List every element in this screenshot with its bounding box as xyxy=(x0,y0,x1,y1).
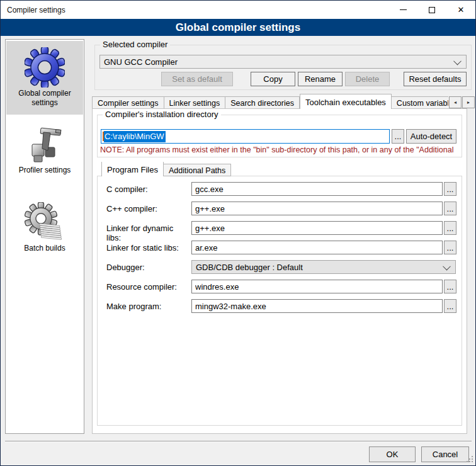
c-compiler-label: C compiler: xyxy=(106,182,190,194)
browse-directory-button[interactable]: ... xyxy=(392,129,404,144)
static-linker-label: Linker for static libs: xyxy=(106,241,190,253)
tab-scroll-right-button[interactable]: ▸ xyxy=(462,96,475,108)
sidebar-item-profiler-settings[interactable]: Profiler settings xyxy=(6,120,83,183)
tab-search-directories[interactable]: Search directories xyxy=(225,96,300,109)
debugger-combo[interactable]: GDB/CDB debugger : Default xyxy=(191,260,456,274)
window-title: Compiler settings xyxy=(1,6,65,14)
subtab-additional-paths[interactable]: Additional Paths xyxy=(164,164,231,176)
window-controls: ✕ xyxy=(388,1,475,19)
chevron-down-icon xyxy=(453,57,462,65)
page-title: Global compiler settings xyxy=(1,19,475,36)
footer-separator xyxy=(5,441,472,442)
rename-button[interactable]: Rename xyxy=(298,72,343,86)
cancel-button[interactable]: Cancel xyxy=(421,446,469,462)
minimize-button[interactable] xyxy=(388,1,417,19)
dynamic-linker-input[interactable] xyxy=(191,221,443,235)
cpp-compiler-label: C++ compiler: xyxy=(106,202,190,213)
tab-compiler-settings[interactable]: Compiler settings xyxy=(92,96,164,109)
make-program-label: Make program: xyxy=(106,299,190,311)
selected-compiler-value: GNU GCC Compiler xyxy=(100,57,455,67)
dynamic-linker-label: Linker for dynamic libs: xyxy=(106,221,190,242)
minimize-icon xyxy=(400,9,407,10)
resource-compiler-label: Resource compiler: xyxy=(106,280,190,292)
maximize-icon xyxy=(429,7,435,13)
bin-subdirectory-note: NOTE: All programs must exist either in … xyxy=(100,145,458,154)
close-icon: ✕ xyxy=(458,6,465,14)
sidebar-item-global-compiler-settings[interactable]: Global compiler settings xyxy=(6,41,83,115)
cpp-compiler-browse-button[interactable]: ... xyxy=(444,202,456,215)
auto-detect-button[interactable]: Auto-detect xyxy=(406,129,456,144)
sidebar-item-label: Global compiler settings xyxy=(18,89,71,107)
compiler-gear-icon xyxy=(25,47,65,88)
installation-directory-input[interactable]: C:\raylib\MinGW xyxy=(101,129,390,144)
compiler-settings-dialog: Compiler settings ✕ Global compiler sett… xyxy=(0,0,476,466)
resize-grip[interactable] xyxy=(466,456,473,463)
title-bar[interactable]: Compiler settings ✕ xyxy=(1,1,475,19)
tab-custom-variables[interactable]: Custom variables xyxy=(392,96,448,109)
delete-button[interactable]: Delete xyxy=(345,72,390,86)
settings-category-list: Global compiler settings Profiler xyxy=(5,39,84,434)
debugger-label: Debugger: xyxy=(106,260,190,272)
selected-compiler-group-label: Selected compiler xyxy=(100,40,170,49)
resource-compiler-input[interactable] xyxy=(191,280,443,293)
subtab-program-files[interactable]: Program Files xyxy=(101,162,164,176)
make-program-browse-button[interactable]: ... xyxy=(444,299,456,313)
compiler-tabs: Compiler settings Linker settings Search… xyxy=(92,94,448,109)
dynamic-linker-browse-button[interactable]: ... xyxy=(444,221,456,235)
static-linker-input[interactable] xyxy=(191,241,443,254)
resource-compiler-browse-button[interactable]: ... xyxy=(444,280,456,293)
sidebar-item-batch-builds[interactable]: Batch builds xyxy=(6,198,83,261)
copy-button[interactable]: Copy xyxy=(251,72,295,86)
close-button[interactable]: ✕ xyxy=(446,1,475,19)
batch-builds-icon xyxy=(25,202,65,242)
selected-compiler-combo[interactable]: GNU GCC Compiler xyxy=(99,55,467,69)
installation-directory-group-label: Compiler's installation directory xyxy=(103,110,221,119)
static-linker-browse-button[interactable]: ... xyxy=(444,241,456,254)
arrow-right-icon: ▸ xyxy=(467,99,470,105)
sidebar-item-label: Batch builds xyxy=(24,244,65,253)
arrow-left-icon: ◂ xyxy=(454,99,456,105)
tab-scroll-left-button[interactable]: ◂ xyxy=(449,96,462,108)
ok-button[interactable]: OK xyxy=(369,446,416,462)
tab-linker-settings[interactable]: Linker settings xyxy=(164,96,226,109)
maximize-button[interactable] xyxy=(417,1,446,19)
tab-toolchain-executables[interactable]: Toolchain executables xyxy=(300,94,392,109)
installation-directory-value: C:\raylib\MinGW xyxy=(104,131,166,142)
make-program-input[interactable] xyxy=(191,299,443,313)
debugger-value: GDB/CDB debugger : Default xyxy=(192,263,444,272)
cpp-compiler-input[interactable] xyxy=(191,202,443,215)
chevron-down-icon xyxy=(443,262,451,270)
set-as-default-button[interactable]: Set as default xyxy=(161,72,233,86)
c-compiler-input[interactable] xyxy=(191,182,443,196)
reset-defaults-button[interactable]: Reset defaults xyxy=(404,72,467,86)
c-compiler-browse-button[interactable]: ... xyxy=(444,182,456,196)
profiler-caliper-icon xyxy=(25,124,65,164)
sidebar-item-label: Profiler settings xyxy=(19,166,71,174)
program-files-tabs: Program Files Additional Paths xyxy=(101,162,290,176)
